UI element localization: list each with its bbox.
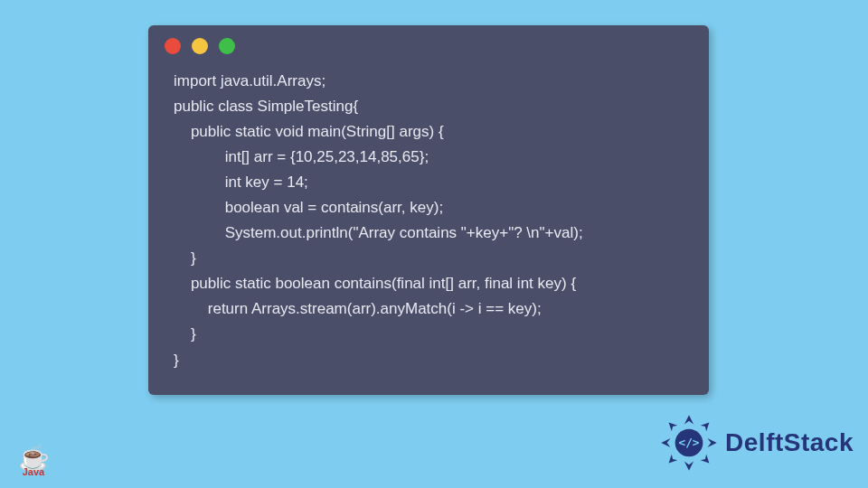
code-window: import java.util.Arrays; public class Si… (148, 25, 709, 395)
code-line: public class SimpleTesting{ (174, 98, 358, 115)
code-line: int key = 14; (174, 174, 308, 191)
svg-marker-0 (684, 415, 693, 424)
code-line: } (174, 352, 179, 369)
code-line: import java.util.Arrays; (174, 72, 326, 89)
delftstack-label: DelftStack (725, 428, 854, 457)
svg-marker-6 (669, 455, 678, 464)
code-line: } (174, 249, 196, 267)
svg-text:</>: </> (679, 436, 700, 449)
code-line: public static void main(String[] args) { (174, 123, 444, 140)
code-line: return Arrays.stream(arr).anyMatch(i -> … (174, 300, 542, 317)
svg-marker-1 (684, 461, 693, 470)
java-steam-icon: ☕ (13, 451, 54, 466)
code-line: public static boolean contains(final int… (174, 275, 576, 292)
svg-marker-7 (701, 455, 710, 464)
code-line: int[] arr = {10,25,23,14,85,65}; (174, 148, 429, 165)
code-block: import java.util.Arrays; public class Si… (148, 60, 709, 395)
delftstack-badge-icon: </> (660, 414, 718, 472)
code-line: System.out.println("Array contains "+key… (174, 224, 583, 241)
svg-marker-2 (661, 438, 670, 447)
zoom-icon[interactable] (219, 38, 235, 54)
window-titlebar (148, 25, 709, 60)
svg-marker-4 (669, 423, 678, 432)
delftstack-logo: </> DelftStack (660, 414, 854, 472)
code-line: } (174, 325, 196, 343)
svg-marker-5 (701, 423, 710, 432)
code-line: boolean val = contains(arr, key); (174, 199, 443, 216)
java-logo: ☕ Java (13, 451, 54, 477)
close-icon[interactable] (165, 38, 181, 54)
minimize-icon[interactable] (192, 38, 208, 54)
svg-marker-3 (708, 438, 717, 447)
